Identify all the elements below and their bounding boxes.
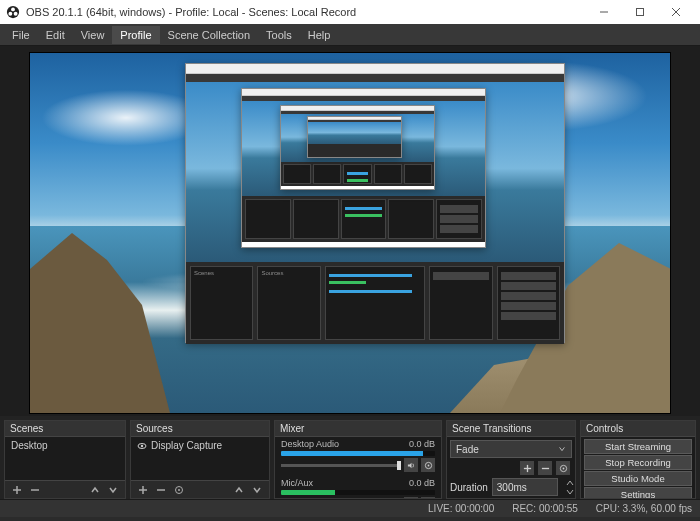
menu-item-profile[interactable]: Profile [112, 26, 159, 44]
transition-add-button[interactable] [520, 461, 534, 475]
eye-icon [137, 441, 147, 451]
menu-item-edit[interactable]: Edit [38, 26, 73, 44]
svg-point-2 [8, 12, 12, 16]
panel-scenes-header: Scenes [5, 421, 125, 437]
menu-item-help[interactable]: Help [300, 26, 339, 44]
menubar: FileEditViewProfileScene CollectionTools… [0, 24, 700, 46]
svg-point-19 [427, 464, 429, 466]
svg-point-17 [178, 489, 180, 491]
source-row[interactable]: Display Capture [131, 437, 269, 454]
source-label: Display Capture [151, 440, 222, 451]
volume-slider[interactable] [281, 464, 401, 467]
mute-button[interactable] [404, 458, 418, 472]
mixer-channel: Mic/Aux0.0 dB [275, 476, 441, 498]
audio-meter [281, 490, 435, 495]
menu-item-tools[interactable]: Tools [258, 26, 300, 44]
close-button[interactable] [658, 0, 694, 24]
scene-move-down-button[interactable] [105, 483, 121, 497]
source-remove-button[interactable] [153, 483, 169, 497]
mixer-channel-db: 0.0 dB [409, 478, 435, 488]
panel-scenes: Scenes Desktop [4, 420, 126, 499]
status-live: LIVE: 00:00:00 [428, 503, 494, 514]
audio-meter [281, 451, 435, 456]
mixer-settings-button[interactable] [421, 497, 435, 498]
source-properties-button[interactable] [171, 483, 187, 497]
inner-recursive-window: Scenes Sources [185, 63, 565, 343]
svg-point-26 [562, 467, 564, 469]
source-add-button[interactable] [135, 483, 151, 497]
status-cpu: CPU: 3.3%, 60.00 fps [596, 503, 692, 514]
mixer-channel-name: Desktop Audio [281, 439, 339, 449]
svg-point-12 [141, 444, 143, 446]
panel-controls-header: Controls [581, 421, 695, 437]
scene-remove-button[interactable] [27, 483, 43, 497]
svg-point-1 [11, 7, 15, 11]
transition-select[interactable]: Fade [450, 440, 572, 458]
duration-step-down[interactable] [562, 487, 575, 496]
menu-item-view[interactable]: View [73, 26, 113, 44]
control-button-settings[interactable]: Settings [584, 487, 692, 498]
app-icon [6, 5, 20, 19]
window-titlebar: OBS 20.1.1 (64bit, windows) - Profile: L… [0, 0, 700, 24]
menu-item-file[interactable]: File [4, 26, 38, 44]
transition-remove-button[interactable] [538, 461, 552, 475]
control-button-start-streaming[interactable]: Start Streaming [584, 439, 692, 454]
panel-scene-transitions: Scene Transitions Fade Duration 300ms [446, 420, 576, 499]
window-title: OBS 20.1.1 (64bit, windows) - Profile: L… [26, 6, 356, 18]
dock-panels: Scenes Desktop Sources Display Capture M… [0, 416, 700, 499]
panel-sources: Sources Display Capture [130, 420, 270, 499]
source-move-up-button[interactable] [231, 483, 247, 497]
control-button-stop-recording[interactable]: Stop Recording [584, 455, 692, 470]
panel-mixer-header: Mixer [275, 421, 441, 437]
mixer-channel-db: 0.0 dB [409, 439, 435, 449]
mute-button[interactable] [404, 497, 418, 498]
menu-item-scene-collection[interactable]: Scene Collection [160, 26, 259, 44]
mixer-channel-name: Mic/Aux [281, 478, 313, 488]
mixer-settings-button[interactable] [421, 458, 435, 472]
transition-properties-button[interactable] [556, 461, 570, 475]
source-move-down-button[interactable] [249, 483, 265, 497]
transition-selected: Fade [456, 444, 479, 455]
maximize-button[interactable] [622, 0, 658, 24]
transition-duration-label: Duration [450, 482, 488, 493]
panel-transitions-header: Scene Transitions [447, 421, 575, 437]
status-rec: REC: 00:00:55 [512, 503, 578, 514]
chevron-down-icon [558, 445, 566, 453]
scene-add-button[interactable] [9, 483, 25, 497]
panel-controls: Controls Start StreamingStop RecordingSt… [580, 420, 696, 499]
panel-sources-header: Sources [131, 421, 269, 437]
statusbar: LIVE: 00:00:00 REC: 00:00:55 CPU: 3.3%, … [0, 499, 700, 517]
mixer-channel: Desktop Audio0.0 dB [275, 437, 441, 476]
preview-canvas[interactable]: Scenes Sources [30, 53, 670, 413]
scene-move-up-button[interactable] [87, 483, 103, 497]
panel-mixer: Mixer Desktop Audio0.0 dBMic/Aux0.0 dB [274, 420, 442, 499]
scene-row[interactable]: Desktop [5, 437, 125, 454]
svg-point-3 [14, 12, 18, 16]
svg-rect-5 [637, 9, 644, 16]
control-button-studio-mode[interactable]: Studio Mode [584, 471, 692, 486]
transition-duration-input[interactable]: 300ms [492, 478, 558, 496]
minimize-button[interactable] [586, 0, 622, 24]
preview-area: Scenes Sources [0, 46, 700, 416]
